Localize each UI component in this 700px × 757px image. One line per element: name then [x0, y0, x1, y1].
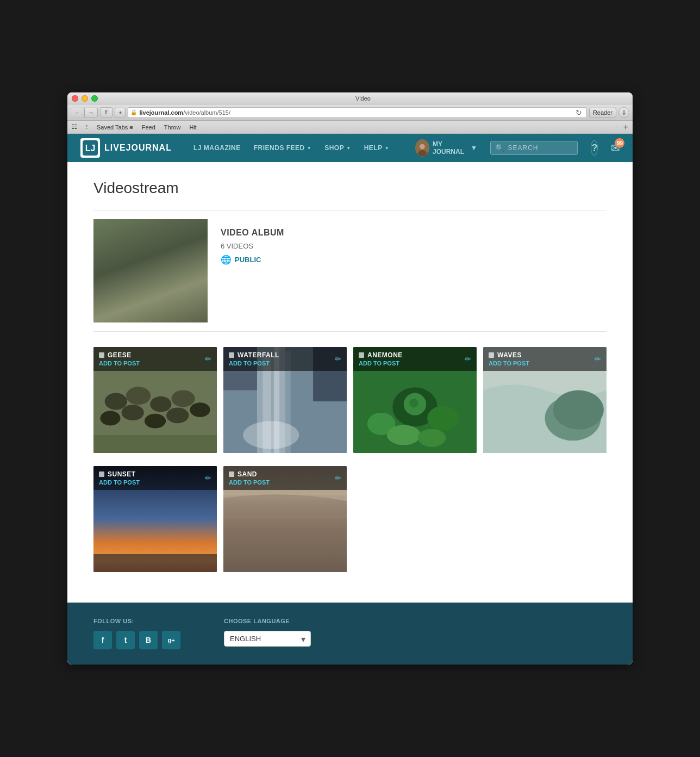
video-edit-waves[interactable]: ✏ — [595, 355, 601, 363]
svg-point-4 — [418, 150, 427, 156]
video-overlay-content-geese: GEESE ADD TO POST — [99, 351, 140, 367]
video-overlay-geese: GEESE ADD TO POST ✏ — [93, 347, 217, 371]
back-button[interactable]: ← — [71, 108, 84, 117]
svg-point-13 — [166, 407, 189, 423]
reload-button[interactable]: ↻ — [573, 108, 584, 117]
video-edit-anemone[interactable]: ✏ — [465, 355, 471, 363]
video-indicator-waves — [489, 352, 494, 358]
blogger-button[interactable]: B — [139, 631, 158, 649]
bookmark-feed[interactable]: Feed — [142, 124, 155, 131]
video-add-waves[interactable]: ADD TO POST — [489, 360, 529, 367]
video-name-anemone: ANEMONE — [367, 351, 403, 359]
svg-point-28 — [427, 406, 459, 430]
video-add-waterfall[interactable]: ADD TO POST — [229, 360, 279, 367]
google-plus-button[interactable]: g+ — [162, 631, 180, 649]
svg-point-31 — [409, 399, 418, 408]
nav-friends-feed[interactable]: FRIENDS FEED ▼ — [254, 144, 311, 152]
video-edit-geese[interactable]: ✏ — [205, 355, 211, 363]
svg-point-12 — [145, 414, 166, 429]
minimize-button[interactable] — [82, 95, 88, 102]
nav-help[interactable]: HELP ▼ — [364, 144, 389, 152]
video-item-waterfall[interactable]: WATERFALL ADD TO POST ✏ — [223, 347, 347, 453]
svg-point-11 — [122, 405, 144, 420]
logo-text: LIVEJOURNAL — [104, 143, 172, 153]
svg-point-3 — [420, 144, 425, 150]
video-add-geese[interactable]: ADD TO POST — [99, 360, 140, 367]
video-grid-row1: GEESE ADD TO POST ✏ — [93, 347, 607, 453]
messages-button[interactable]: ✉ 99 — [611, 141, 620, 154]
video-overlay-content-anemone: ANEMONE ADD TO POST — [359, 351, 403, 367]
reader-button[interactable]: Reader — [589, 108, 616, 117]
nav-shop[interactable]: SHOP ▼ — [324, 144, 351, 152]
language-select[interactable]: ENGLISH — [224, 631, 311, 647]
svg-point-6 — [105, 393, 127, 410]
video-name-waterfall: WATERFALL — [238, 351, 279, 359]
svg-rect-15 — [93, 435, 217, 453]
video-title-row-waterfall: WATERFALL — [229, 351, 279, 359]
video-overlay-sunset: SUNSET ADD TO POST ✏ — [93, 466, 217, 490]
video-overlay-sand: SAND ADD TO POST ✏ — [223, 466, 347, 490]
video-name-waves: WAVES — [497, 351, 522, 359]
album-title: VIDEO ALBUM — [221, 228, 284, 238]
video-add-sunset[interactable]: ADD TO POST — [99, 479, 140, 486]
video-name-geese: GEESE — [108, 351, 132, 359]
bookmark-throw[interactable]: Throw — [164, 124, 181, 131]
svg-point-14 — [190, 402, 210, 417]
svg-point-9 — [171, 390, 195, 407]
video-item-sand[interactable]: SAND ADD TO POST ✏ — [223, 466, 347, 572]
follow-section: FOLLOW US: f t B g+ — [93, 618, 180, 649]
site-nav: LJ LIVEJOURNAL LJ MAGAZINE FRIENDS FEED … — [67, 134, 633, 162]
video-overlay-waterfall: WATERFALL ADD TO POST ✏ — [223, 347, 347, 371]
nav-lj-magazine[interactable]: LJ MAGAZINE — [193, 144, 241, 152]
video-overlay-content-sand: SAND ADD TO POST — [229, 470, 270, 486]
svg-point-29 — [387, 425, 421, 445]
my-journal-nav[interactable]: MY JOURNAL ▼ — [415, 139, 477, 157]
friends-feed-arrow: ▼ — [307, 146, 311, 151]
album-count: 6 VIDEOS — [221, 242, 284, 250]
shop-arrow: ▼ — [346, 146, 351, 151]
close-button[interactable] — [72, 95, 78, 102]
video-add-sand[interactable]: ADD TO POST — [229, 479, 270, 486]
bookmarks-icon: ☷ — [72, 123, 77, 131]
video-edit-waterfall[interactable]: ✏ — [335, 355, 341, 363]
search-icon: 🔍 — [495, 144, 504, 152]
downloads-button[interactable]: ⇓ — [618, 107, 629, 118]
nav-search-box[interactable]: 🔍 — [490, 141, 578, 155]
site-logo[interactable]: LJ LIVEJOURNAL — [80, 138, 172, 158]
video-edit-sunset[interactable]: ✏ — [205, 474, 211, 482]
follow-label: FOLLOW US: — [93, 618, 180, 624]
video-item-sunset[interactable]: SUNSET ADD TO POST ✏ — [93, 466, 217, 572]
svg-point-21 — [243, 421, 299, 449]
video-title-row-sunset: SUNSET — [99, 470, 140, 478]
svg-text:LJ: LJ — [85, 144, 96, 153]
svg-point-7 — [126, 387, 151, 405]
empty-slot-1 — [353, 466, 477, 572]
page-body: Videostream VIDEO ALBUM 6 VIDEOS 🌐 PUBLI… — [67, 162, 633, 603]
video-title-row-anemone: ANEMONE — [359, 351, 403, 359]
twitter-button[interactable]: t — [116, 631, 135, 649]
bookmarks-add-button[interactable]: + — [623, 122, 628, 132]
video-overlay-content-sunset: SUNSET ADD TO POST — [99, 470, 140, 486]
album-meta: VIDEO ALBUM 6 VIDEOS 🌐 PUBLIC — [221, 219, 284, 274]
video-overlay-content-waves: WAVES ADD TO POST — [489, 351, 529, 367]
address-bar[interactable]: 🔒 livejournal.com/video/album/515/ ↻ — [128, 107, 586, 118]
video-indicator-geese — [99, 352, 104, 358]
video-overlay-waves: WAVES ADD TO POST ✏ — [483, 347, 607, 371]
share-button[interactable]: ⇧ — [100, 107, 112, 117]
video-item-geese[interactable]: GEESE ADD TO POST ✏ — [93, 347, 217, 453]
title-bar-buttons — [72, 95, 98, 102]
video-edit-sand[interactable]: ✏ — [335, 474, 341, 482]
facebook-button[interactable]: f — [93, 631, 112, 649]
video-add-anemone[interactable]: ADD TO POST — [359, 360, 403, 367]
search-input[interactable] — [508, 144, 573, 152]
bookmark-hit[interactable]: Hit — [189, 124, 196, 131]
help-button[interactable]: ? — [591, 140, 598, 156]
forward-button[interactable]: → — [84, 108, 98, 117]
bookmark-saved-tabs[interactable]: Saved Tabs ≡ — [97, 124, 133, 131]
video-item-waves[interactable]: WAVES ADD TO POST ✏ — [483, 347, 607, 453]
maximize-button[interactable] — [91, 95, 98, 102]
new-tab-button[interactable]: + — [115, 108, 126, 117]
album-privacy: 🌐 PUBLIC — [221, 255, 284, 265]
video-indicator-sunset — [99, 471, 104, 477]
video-item-anemone[interactable]: ANEMONE ADD TO POST ✏ — [353, 347, 477, 453]
